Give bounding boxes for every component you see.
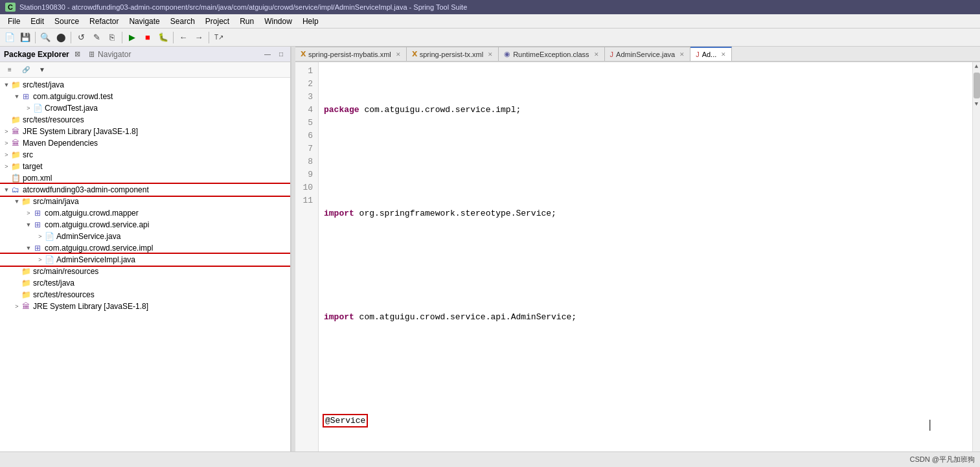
tree-item-jre[interactable]: > 🏛 JRE System Library [JavaSE-1.8] xyxy=(0,126,290,137)
tree-item-src-test-java-2[interactable]: 📁 src/test/java xyxy=(0,277,290,289)
tab-adminserviceimpl[interactable]: J Ad... ✕ xyxy=(690,47,732,61)
tb-pen-button[interactable]: ✎ xyxy=(89,30,104,45)
tab-close-button-5[interactable]: ✕ xyxy=(721,51,726,58)
tab-adminservice[interactable]: J AdminService.java ✕ xyxy=(605,47,691,61)
pe-tree[interactable]: ▼ 📁 src/test/java ▼ ⊞ com.atguigu.crowd.… xyxy=(0,78,290,451)
menu-search[interactable]: Search xyxy=(165,16,200,27)
tb-run-button[interactable]: ▶ xyxy=(125,30,139,45)
menu-navigate[interactable]: Navigate xyxy=(124,16,165,27)
menu-source[interactable]: Source xyxy=(49,16,84,27)
tree-item-adminservice[interactable]: > 📄 AdminService.java xyxy=(0,231,290,242)
code-editor[interactable]: 1 2 3 4 5 6 7 8 9 10 11 package com.atgu… xyxy=(295,62,980,451)
tree-label: JRE System Library [JavaSE-1.8] xyxy=(23,127,138,136)
tree-label: AdminService.java xyxy=(56,232,120,241)
tree-arrow xyxy=(13,280,21,286)
scroll-thumb[interactable] xyxy=(974,73,980,98)
java-file-icon-2: J xyxy=(696,51,700,58)
tree-item-service-impl[interactable]: ▼ ⊞ com.atguigu.crowd.service.impl xyxy=(0,242,290,254)
menu-run[interactable]: Run xyxy=(234,16,259,27)
tb-debug-button[interactable]: ⬤ xyxy=(54,30,68,45)
tree-item-target[interactable]: > 📁 target xyxy=(0,161,290,172)
tree-item-src-test-resources-2[interactable]: 📁 src/test/resources xyxy=(0,289,290,301)
tree-label: com.atguigu.crowd.service.impl xyxy=(45,244,153,253)
package-icon: ⊞ xyxy=(21,92,31,101)
tb-copy-button[interactable]: ⎘ xyxy=(105,30,119,45)
xml-file-icon-2: 𝗫 xyxy=(412,50,417,58)
tree-item-com-atguigu-crowd-test[interactable]: ▼ ⊞ com.atguigu.crowd.test xyxy=(0,91,290,102)
menu-edit[interactable]: Edit xyxy=(25,16,49,27)
menu-refactor[interactable]: Refactor xyxy=(84,16,124,27)
tb-search-button[interactable]: 🔍 xyxy=(38,30,52,45)
folder-icon: 📁 xyxy=(10,150,21,159)
menu-file[interactable]: File xyxy=(3,16,25,27)
tree-arrow: ▼ xyxy=(25,245,32,251)
tb-refresh-button[interactable]: ↺ xyxy=(74,30,88,45)
tb-sep-5 xyxy=(209,32,209,43)
tree-item-atcrowdfunding03[interactable]: ▼ 🗂 atcrowdfunding03-admin-component xyxy=(0,184,290,196)
pe-minimize-button[interactable]: — xyxy=(261,49,274,59)
tb-sep-1 xyxy=(35,32,36,43)
tb-save-button[interactable]: 💾 xyxy=(18,30,32,45)
tree-arrow: ▼ xyxy=(13,93,21,100)
tree-item-src-test-resources[interactable]: 📁 src/test/resources xyxy=(0,114,290,126)
tree-item-mapper[interactable]: > ⊞ com.atguigu.crowd.mapper xyxy=(0,207,290,219)
line-num-9: 9 xyxy=(298,168,313,181)
tree-item-src-main-resources[interactable]: 📁 src/main/resources xyxy=(0,266,290,277)
tree-item-service-api[interactable]: ▼ ⊞ com.atguigu.crowd.service.api xyxy=(0,219,290,231)
scroll-down-button[interactable]: ▼ xyxy=(974,100,979,109)
tree-item-maven-deps[interactable]: > 🏛 Maven Dependencies xyxy=(0,137,290,149)
pe-collapse-button[interactable]: ≡ xyxy=(3,63,17,77)
tab-spring-persist-tx[interactable]: 𝗫 spring-persist-tx.xml ✕ xyxy=(407,47,499,61)
pe-toolbar: ≡ 🔗 ▼ xyxy=(0,62,290,78)
pe-menu-button[interactable]: ▼ xyxy=(35,63,49,77)
tree-label: com.atguigu.crowd.service.api xyxy=(45,220,149,229)
tab-close-button-4[interactable]: ✕ xyxy=(679,51,685,58)
tb-stop-button[interactable]: ■ xyxy=(141,30,155,45)
project-icon: 🗂 xyxy=(10,185,21,194)
tree-label: com.atguigu.crowd.test xyxy=(33,92,113,101)
app-icon: C xyxy=(5,3,16,12)
pe-tab-package-explorer[interactable]: Package Explorer xyxy=(4,50,69,59)
tab-runtime-exception[interactable]: ◉ RuntimeException.class ✕ xyxy=(499,47,604,61)
tree-label: src/test/java xyxy=(33,279,74,288)
jar-icon: 🏛 xyxy=(10,127,21,136)
tree-item-pom[interactable]: 📋 pom.xml xyxy=(0,172,290,184)
tree-item-crowd-test[interactable]: > 📄 CrowdTest.java xyxy=(0,102,290,114)
tree-item-jre-2[interactable]: > 🏛 JRE System Library [JavaSE-1.8] xyxy=(0,301,290,312)
tab-spring-persist-mybatis[interactable]: 𝗫 spring-persist-mybatis.xml ✕ xyxy=(295,47,407,61)
tb-sep-2 xyxy=(71,32,71,43)
editor-scrollbar[interactable]: ▲ ▼ xyxy=(972,62,980,451)
tree-item-src-main-java[interactable]: ▼ 📁 src/main/java xyxy=(0,196,290,207)
status-text: CSDN @平凡加班狗 xyxy=(910,455,975,464)
scroll-up-button[interactable]: ▲ xyxy=(974,62,979,71)
tree-arrow xyxy=(3,117,10,123)
tb-next-button[interactable]: → xyxy=(192,30,206,45)
title-text: Station190830 - atcrowdfunding03-admin-c… xyxy=(19,3,467,11)
menu-window[interactable]: Window xyxy=(259,16,297,27)
tree-arrow: > xyxy=(25,210,32,216)
tree-label: pom.xml xyxy=(23,174,52,183)
tb-new-button[interactable]: 📄 xyxy=(3,30,17,45)
code-content[interactable]: package com.atguigu.crowd.service.impl; … xyxy=(319,62,972,451)
tree-label: src/test/resources xyxy=(23,115,84,124)
pe-tab-navigator[interactable]: 🗏 Navigator xyxy=(88,50,131,59)
tb-bug-button[interactable]: 🐛 xyxy=(156,30,170,45)
tree-arrow xyxy=(3,175,10,181)
tree-label: src/test/resources xyxy=(33,290,95,299)
tab-close-button-2[interactable]: ✕ xyxy=(488,51,493,58)
menu-help[interactable]: Help xyxy=(297,16,324,27)
tree-item-src-test-java[interactable]: ▼ 📁 src/test/java xyxy=(0,79,290,91)
tree-item-adminserviceimpl[interactable]: > 📄 AdminServiceImpl.java xyxy=(0,254,290,266)
tree-item-src[interactable]: > 📁 src xyxy=(0,149,290,161)
tab-close-button-3[interactable]: ✕ xyxy=(594,51,599,58)
package-icon: ⊞ xyxy=(32,209,43,218)
tab-close-button[interactable]: ✕ xyxy=(396,51,401,58)
pe-maximize-button[interactable]: □ xyxy=(276,49,286,59)
tab-label: spring-persist-tx.xml xyxy=(420,51,483,58)
menu-project[interactable]: Project xyxy=(200,16,234,27)
code-line-6 xyxy=(324,363,967,376)
package-icon: ⊞ xyxy=(32,244,43,253)
tb-open-type-button[interactable]: T↗ xyxy=(212,30,226,45)
tb-prev-button[interactable]: ← xyxy=(176,30,190,45)
pe-link-button[interactable]: 🔗 xyxy=(19,63,33,77)
